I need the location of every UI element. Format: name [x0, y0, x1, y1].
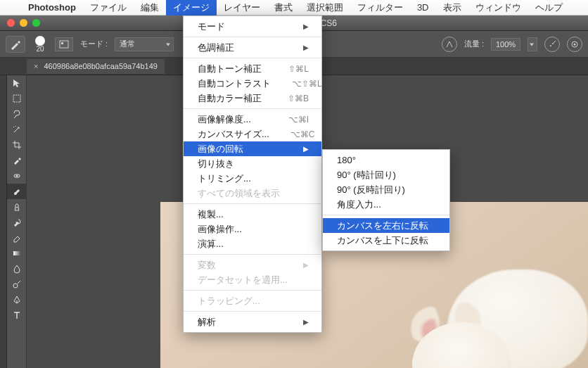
healing-brush-tool[interactable]	[7, 168, 27, 184]
flow-label: 流量 :	[464, 39, 484, 49]
menu-item-image-rotation[interactable]: 画像の回転▶	[184, 141, 321, 156]
dodge-tool[interactable]	[7, 277, 27, 292]
airbrush-icon[interactable]	[442, 37, 457, 52]
gradient-tool[interactable]	[7, 246, 27, 261]
brush-panel-toggle[interactable]	[55, 37, 73, 51]
history-brush-tool[interactable]	[7, 215, 27, 230]
menu-select[interactable]: 選択範囲	[300, 0, 350, 15]
airbrush-toggle-icon[interactable]	[544, 37, 560, 52]
menu-item-auto-contrast[interactable]: 自動コントラスト⌥⇧⌘L	[184, 76, 321, 91]
svg-rect-6	[13, 95, 20, 102]
submenu-arrow-icon: ▶	[303, 44, 309, 51]
submenu-item-180[interactable]: 180°	[323, 153, 449, 167]
menu-item-apply-image[interactable]: 画像操作...	[184, 222, 321, 236]
menu-item-duplicate[interactable]: 複製...	[184, 207, 321, 222]
menu-layer[interactable]: レイヤー	[217, 0, 267, 15]
menu-app[interactable]: Photoshop	[21, 0, 83, 15]
move-tool[interactable]	[7, 75, 27, 91]
menu-item-canvas-size[interactable]: カンバスサイズ...⌥⌘C	[184, 127, 321, 141]
brush-size-value[interactable]: 20	[32, 46, 48, 53]
menu-item-variables: 変数▶	[184, 258, 321, 272]
image-menu-dropdown: モード▶ 色調補正▶ 自動トーン補正⇧⌘L 自動コントラスト⌥⇧⌘L 自動カラー…	[183, 15, 322, 333]
menu-help[interactable]: ヘルプ	[528, 0, 570, 15]
menu-item-apply-dataset: データセットを適用...	[184, 272, 321, 287]
menu-item-adjustments[interactable]: 色調補正▶	[184, 40, 321, 55]
eyedropper-tool[interactable]	[7, 153, 27, 168]
zoom-window-button[interactable]	[32, 19, 40, 27]
close-document-icon[interactable]: ×	[34, 62, 38, 70]
brush-preview-icon[interactable]	[35, 36, 45, 46]
menu-item-trim[interactable]: トリミング...	[184, 171, 321, 186]
submenu-arrow-icon: ▶	[303, 318, 309, 326]
menu-item-crop[interactable]: 切り抜き	[184, 156, 321, 171]
menu-item-image-size[interactable]: 画像解像度...⌥⌘I	[184, 112, 321, 127]
menu-item-trap: トラッピング...	[184, 293, 321, 308]
panel-dock-left[interactable]	[0, 75, 7, 368]
svg-rect-0	[60, 41, 68, 48]
current-tool-preset[interactable]	[6, 36, 25, 53]
svg-point-9	[13, 284, 18, 288]
brush-tool[interactable]	[7, 184, 27, 199]
mac-menubar: Photoshop ファイル 編集 イメージ レイヤー 書式 選択範囲 フィルタ…	[0, 0, 588, 15]
magic-wand-tool[interactable]	[7, 122, 27, 137]
menu-filter[interactable]: フィルター	[350, 0, 410, 15]
submenu-item-arbitrary[interactable]: 角度入力...	[323, 197, 449, 212]
svg-point-5	[574, 43, 576, 45]
svg-point-2	[550, 45, 551, 46]
svg-rect-1	[61, 42, 63, 44]
minimize-window-button[interactable]	[20, 19, 27, 27]
mode-label: モード :	[80, 39, 108, 49]
blur-tool[interactable]	[7, 261, 27, 277]
svg-rect-8	[13, 251, 20, 255]
eraser-tool[interactable]	[7, 230, 27, 246]
blend-mode-select[interactable]: 通常	[115, 37, 174, 51]
submenu-item-flip-vertical[interactable]: カンバスを上下に反転	[323, 233, 449, 248]
menu-window[interactable]: ウィンドウ	[468, 0, 528, 15]
document-tab-label: 460986a8e08b0afcaa59a74b149	[44, 62, 158, 70]
menu-type[interactable]: 書式	[267, 0, 300, 15]
submenu-item-90cw[interactable]: 90° (時計回り)	[323, 167, 449, 182]
document-tab[interactable]: × 460986a8e08b0afcaa59a74b149	[27, 59, 165, 74]
svg-point-3	[552, 43, 554, 44]
toolbox	[7, 75, 27, 368]
menu-file[interactable]: ファイル	[83, 0, 134, 15]
menu-item-auto-color[interactable]: 自動カラー補正⇧⌘B	[184, 91, 321, 106]
blend-mode-value: 通常	[120, 39, 135, 49]
menu-edit[interactable]: 編集	[134, 0, 166, 15]
close-window-button[interactable]	[7, 19, 15, 27]
marquee-tool[interactable]	[7, 91, 27, 106]
menu-view[interactable]: 表示	[436, 0, 468, 15]
tablet-pressure-icon[interactable]	[567, 37, 582, 52]
menu-item-mode[interactable]: モード▶	[184, 19, 321, 34]
menu-image[interactable]: イメージ	[166, 0, 217, 15]
crop-tool[interactable]	[7, 137, 27, 153]
menu-item-auto-tone[interactable]: 自動トーン補正⇧⌘L	[184, 61, 321, 76]
flow-value[interactable]: 100%	[491, 38, 520, 51]
image-rotation-submenu: 180° 90° (時計回り) 90° (反時計回り) 角度入力... カンバス…	[322, 149, 450, 251]
lasso-tool[interactable]	[7, 106, 27, 122]
menu-item-reveal-all: すべての領域を表示	[184, 186, 321, 201]
menu-item-analysis[interactable]: 解析▶	[184, 315, 321, 329]
submenu-item-90ccw[interactable]: 90° (反時計回り)	[323, 182, 449, 197]
pen-tool[interactable]	[7, 292, 27, 307]
submenu-arrow-icon: ▶	[303, 261, 309, 269]
menu-item-calculations[interactable]: 演算...	[184, 236, 321, 251]
type-tool[interactable]	[7, 307, 27, 323]
submenu-item-flip-horizontal[interactable]: カンバスを左右に反転	[323, 218, 449, 233]
menu-3d[interactable]: 3D	[410, 0, 436, 15]
submenu-arrow-icon: ▶	[303, 145, 309, 153]
clone-stamp-tool[interactable]	[7, 199, 27, 215]
flow-dropdown[interactable]	[528, 37, 537, 51]
submenu-arrow-icon: ▶	[303, 23, 309, 30]
